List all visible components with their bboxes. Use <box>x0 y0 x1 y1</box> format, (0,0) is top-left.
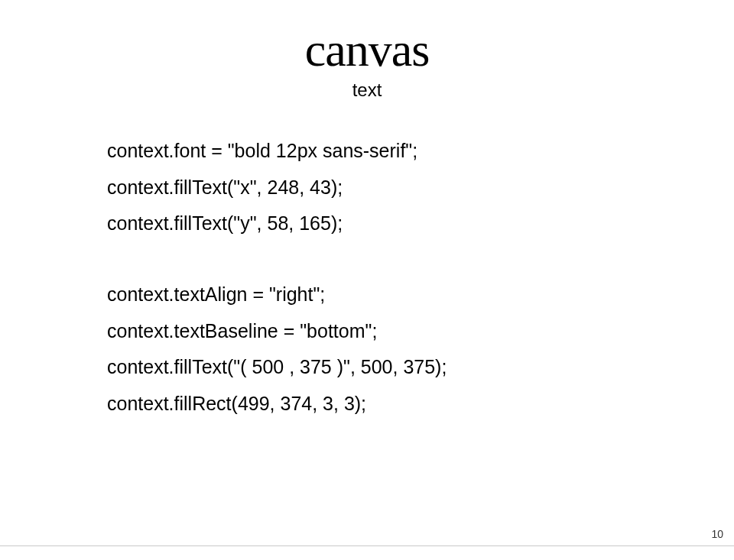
code-block-2: context.textAlign = "right"; context.tex… <box>107 277 447 422</box>
code-line: context.textAlign = "right"; <box>107 277 447 313</box>
code-block-1: context.font = "bold 12px sans-serif"; c… <box>107 133 417 242</box>
code-line: context.fillText("y", 58, 165); <box>107 206 417 242</box>
code-line: context.fillRect(499, 374, 3, 3); <box>107 386 447 422</box>
slide-subtitle: text <box>0 79 734 101</box>
code-line: context.fillText("( 500 , 375 )", 500, 3… <box>107 349 447 386</box>
slide-title: canvas <box>0 23 734 77</box>
code-line: context.textBaseline = "bottom"; <box>107 313 447 350</box>
slide: canvas text context.font = "bold 12px sa… <box>0 0 734 560</box>
page-number: 10 <box>711 528 723 540</box>
divider <box>0 545 734 546</box>
code-line: context.font = "bold 12px sans-serif"; <box>107 133 417 170</box>
code-line: context.fillText("x", 248, 43); <box>107 170 417 206</box>
